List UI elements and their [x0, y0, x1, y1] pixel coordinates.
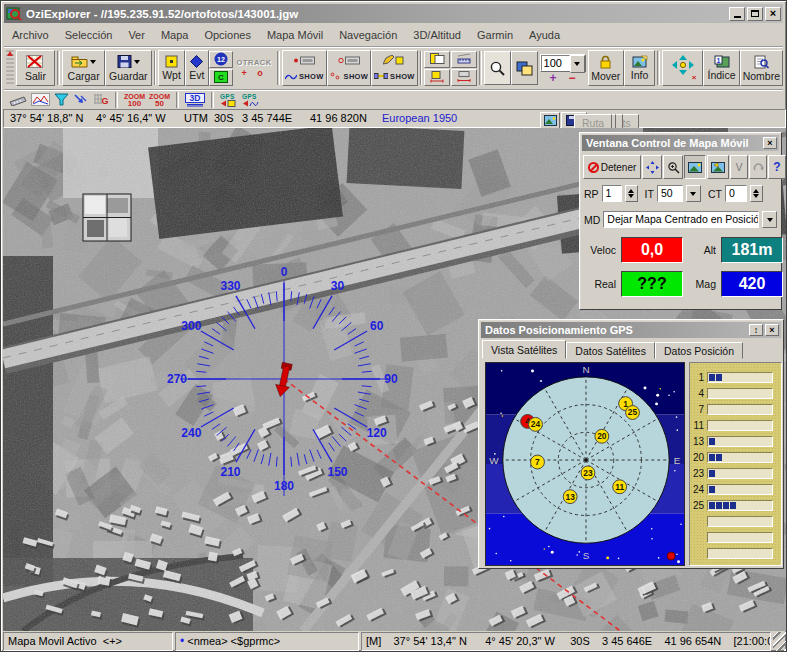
help-button[interactable]: ? — [768, 155, 786, 179]
close-button[interactable]: × — [765, 7, 781, 21]
move-map-button[interactable]: Mover — [588, 50, 624, 86]
zoom-combobox[interactable]: 100 — [540, 54, 586, 72]
rollup-button[interactable]: ↕ — [749, 324, 763, 336]
menu-item-mapa-movil[interactable]: Mapa Móvil — [259, 27, 331, 43]
map-view-button[interactable] — [511, 51, 537, 85]
show-waypoints-button[interactable]: SHOW — [282, 50, 327, 86]
zoom-out-button[interactable]: − — [569, 73, 576, 83]
track-point-buttons[interactable]: + o — [242, 68, 267, 78]
nmea-led-icon: • — [180, 634, 184, 649]
map-shift-pad[interactable]: × — [662, 50, 703, 86]
show-tracks-button[interactable]: SHOW — [371, 50, 418, 86]
grid-toggle-button[interactable]: G — [92, 92, 109, 108]
menu-item-3d-altitud[interactable]: 3D/Altitud — [405, 27, 469, 43]
it-input[interactable]: 50 — [657, 185, 683, 202]
signal-row: 13 — [690, 433, 781, 449]
close-moving-map-button[interactable]: × — [763, 137, 777, 149]
index-map-button[interactable]: 1 Índice — [703, 50, 739, 86]
projection-arrows-button[interactable] — [73, 92, 88, 108]
3d-view-button[interactable]: 3D — [185, 92, 205, 108]
filter-button[interactable] — [54, 92, 69, 108]
menu-item-navegacion[interactable]: Navegación — [331, 27, 405, 43]
find-by-name-button[interactable]: Nombre — [740, 50, 783, 86]
pan-mode-button[interactable] — [642, 155, 662, 179]
event-lcd-icon — [338, 56, 360, 65]
gps-nmea-button[interactable]: GPS — [242, 92, 260, 108]
next-map-button[interactable] — [707, 155, 729, 179]
md-combobox[interactable]: Dejar Mapa Centrado en Posición — [603, 211, 759, 228]
close-gps-window-button[interactable]: × — [765, 324, 779, 336]
dropdown-caret-icon — [134, 60, 140, 67]
it-dropdown-button[interactable] — [686, 185, 701, 202]
signal-row: 1 — [690, 369, 781, 385]
moving-map-title-bar: Ventana Control de Mapa Móvil × — [582, 135, 779, 151]
padlock-icon — [599, 55, 612, 69]
menu-item-ayuda[interactable]: Ayuda — [521, 27, 568, 43]
zoom-tool-button[interactable] — [484, 51, 511, 85]
event-button[interactable]: Evt — [185, 50, 210, 86]
md-row: MD Dejar Mapa Centrado en Posición — [584, 211, 777, 228]
gps-tab-vista-satelites[interactable]: Vista Satélites — [482, 340, 566, 359]
page-yellow-button[interactable] — [424, 51, 450, 68]
signal-segment — [716, 502, 722, 509]
rp-spinner[interactable] — [625, 185, 638, 202]
menu-item-garmin[interactable]: Garmin — [469, 27, 521, 43]
signal-bar — [707, 516, 773, 527]
toolbar-drag-handle[interactable] — [6, 50, 14, 86]
map-info-button[interactable]: Info — [624, 50, 655, 86]
gps-data-window: Datos Posicionamiento GPS ↕ × Vista Saté… — [478, 319, 784, 569]
menu-item-mapa[interactable]: Mapa — [153, 27, 197, 43]
menu-item-opciones[interactable]: Opciones — [196, 27, 258, 43]
zoom-position-button[interactable] — [663, 155, 683, 179]
md-dropdown-button[interactable] — [762, 211, 777, 228]
map-point-button[interactable]: 12 — [209, 51, 233, 68]
menu-item-seleccion[interactable]: Selección — [57, 27, 121, 43]
stop-button[interactable]: Detener — [583, 155, 641, 179]
rotate-button-disabled[interactable] — [749, 155, 767, 179]
ruler-icon — [8, 93, 27, 106]
zoom-in-button[interactable]: + — [550, 73, 557, 83]
zoom-50-button[interactable]: ZOOM 50 — [149, 92, 170, 108]
cursor-longitude: 4° 45' 16,4" W — [96, 112, 166, 124]
signal-row: 25 — [690, 497, 781, 513]
profile-chart-button[interactable] — [31, 92, 50, 108]
compass-label-300: 300 — [181, 319, 201, 333]
exit-button[interactable]: Salir — [16, 50, 56, 86]
status-moving-map: Mapa Movil Activo <+> — [3, 632, 173, 651]
gps-upload-button[interactable]: GPS — [220, 92, 238, 108]
waypoint-button[interactable]: Wpt — [158, 50, 184, 86]
ct-spinner[interactable] — [750, 185, 763, 202]
load-button[interactable]: Cargar — [62, 50, 105, 86]
maximize-button[interactable] — [747, 7, 763, 21]
ct-input[interactable]: 0 — [725, 185, 747, 202]
units-button[interactable] — [451, 51, 477, 68]
save-button[interactable]: Guardar — [105, 50, 151, 86]
zoom-100-button[interactable]: ZOOM 100 — [124, 92, 145, 108]
show-events-button[interactable]: SHOW — [327, 50, 372, 86]
screenshot-button[interactable] — [540, 112, 560, 129]
zoom-dropdown-button[interactable] — [570, 55, 585, 73]
vector-toggle-button[interactable]: V — [730, 155, 748, 179]
signal-row: 11 — [690, 417, 781, 433]
menu-item-archivo[interactable]: Archivo — [4, 27, 57, 43]
range-button[interactable] — [451, 69, 477, 86]
gps-tab-datos-posicion[interactable]: Datos Posición — [655, 342, 743, 359]
app-icon — [6, 6, 22, 21]
gps-gauges: Veloc0,0Alt181mReal???Mag420 — [584, 237, 783, 297]
map-image-button[interactable] — [684, 155, 706, 179]
gps-tab-bar: Vista SatélitesDatos SatélitesDatos Posi… — [482, 340, 743, 359]
comment-button[interactable]: C — [209, 69, 233, 86]
signal-segment — [709, 502, 715, 509]
ruler-tool-button[interactable] — [8, 92, 27, 108]
minimize-button[interactable] — [729, 7, 745, 21]
rp-input[interactable]: 1 — [602, 185, 622, 202]
resize-grip[interactable] — [773, 632, 786, 651]
distance-yellow-button[interactable] — [424, 69, 450, 86]
gps-tab-datos-satelites[interactable]: Datos Satélites — [566, 342, 655, 359]
otrack-controls: OTRACK + o — [233, 58, 275, 78]
svg-text:24: 24 — [531, 419, 541, 429]
waypoint-icon — [165, 55, 178, 68]
gauge-label-mag: Mag — [688, 278, 716, 290]
menu-item-ver[interactable]: Ver — [120, 27, 153, 43]
title-bar: OziExplorer - //195.235.91.52/ortofotos/… — [4, 4, 783, 23]
